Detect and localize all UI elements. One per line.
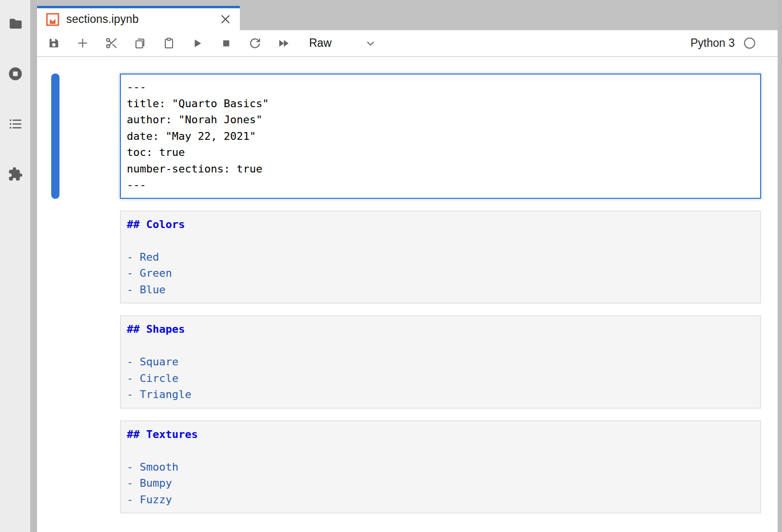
left-sidebar bbox=[0, 0, 30, 532]
markdown-list-line: - Blue bbox=[127, 282, 754, 298]
running-sessions-tab[interactable] bbox=[7, 66, 23, 81]
save-icon bbox=[48, 37, 60, 49]
input-prompt-area bbox=[59, 74, 120, 199]
notebook-file-icon bbox=[45, 12, 60, 27]
markdown-header-line: ## Textures bbox=[127, 426, 754, 443]
blank-line bbox=[127, 442, 754, 459]
kernel-status-icon[interactable] bbox=[743, 37, 756, 50]
markdown-list-line: - Square bbox=[127, 354, 754, 370]
main-dock-panel: sections.ipynb bbox=[37, 0, 778, 532]
cell-raw-frontmatter[interactable]: --- title: "Quarto Basics" author: "Nora… bbox=[37, 74, 778, 199]
markdown-cell-editor[interactable]: ## Shapes - Square - Circle - Triangle bbox=[120, 315, 761, 409]
markdown-header-line: ## Shapes bbox=[127, 321, 754, 338]
markdown-list-line: - Smooth bbox=[127, 459, 754, 475]
tab-bar: sections.ipynb bbox=[37, 0, 778, 30]
copy-icon bbox=[134, 37, 146, 50]
input-prompt-area bbox=[59, 315, 120, 409]
copy-button[interactable] bbox=[134, 37, 146, 50]
chevron-down-icon bbox=[365, 38, 376, 49]
markdown-list-line: - Green bbox=[127, 265, 754, 282]
table-of-contents-tab[interactable] bbox=[7, 116, 23, 132]
extensions-tab[interactable] bbox=[7, 166, 23, 182]
restart-kernel-button[interactable] bbox=[249, 37, 261, 50]
interrupt-button[interactable] bbox=[220, 37, 233, 50]
input-prompt-area bbox=[59, 210, 120, 304]
clipboard-icon bbox=[163, 37, 175, 49]
tab-title: sections.ipynb bbox=[66, 13, 213, 26]
jupyterlab-window: sections.ipynb bbox=[0, 0, 782, 532]
insert-cell-button[interactable] bbox=[76, 37, 89, 50]
code-line: date: "May 22, 2021" bbox=[127, 128, 754, 145]
cell-collapser[interactable] bbox=[51, 420, 59, 514]
file-browser-tab[interactable] bbox=[7, 16, 23, 31]
kernel-name: Python 3 bbox=[690, 37, 735, 50]
scissors-icon bbox=[105, 37, 118, 50]
stop-circle-icon bbox=[7, 66, 23, 82]
raw-cell-editor[interactable]: --- title: "Quarto Basics" author: "Nora… bbox=[120, 74, 761, 199]
cell-type-select[interactable]: Raw bbox=[309, 37, 376, 50]
markdown-list-line: - Bumpy bbox=[127, 475, 754, 492]
folder-icon bbox=[8, 16, 23, 31]
blank-line bbox=[127, 232, 754, 249]
code-line: --- bbox=[127, 79, 754, 95]
markdown-list-line: - Red bbox=[127, 249, 754, 266]
markdown-list-line: - Triangle bbox=[127, 386, 754, 403]
list-icon bbox=[8, 116, 23, 132]
blank-line bbox=[127, 338, 754, 354]
code-line: author: "Norah Jones" bbox=[127, 112, 754, 128]
code-line: title: "Quarto Basics" bbox=[127, 95, 754, 112]
plus-icon bbox=[77, 37, 89, 49]
cut-button[interactable] bbox=[105, 37, 117, 50]
window-right-edge bbox=[778, 0, 782, 532]
notebook-tab[interactable]: sections.ipynb bbox=[37, 6, 240, 30]
save-button[interactable] bbox=[47, 37, 60, 50]
markdown-list-line: - Circle bbox=[127, 370, 754, 387]
input-prompt-area bbox=[59, 420, 120, 514]
kernel-switcher[interactable]: Python 3 bbox=[690, 37, 756, 50]
code-line: --- bbox=[127, 177, 754, 193]
markdown-header-line: ## Colors bbox=[127, 216, 754, 233]
cell-collapser[interactable] bbox=[51, 74, 59, 199]
sidebar-divider[interactable] bbox=[30, 0, 37, 532]
markdown-cell-editor[interactable]: ## Textures - Smooth - Bumpy - Fuzzy bbox=[120, 420, 761, 514]
refresh-icon bbox=[249, 37, 261, 50]
notebook-toolbar: Raw Python 3 bbox=[37, 30, 778, 57]
paste-button[interactable] bbox=[162, 37, 175, 50]
cell-collapser[interactable] bbox=[51, 210, 59, 304]
stop-icon bbox=[220, 38, 232, 49]
cell-markdown-textures[interactable]: ## Textures - Smooth - Bumpy - Fuzzy bbox=[37, 420, 778, 514]
puzzle-icon bbox=[8, 167, 23, 182]
markdown-list-line: - Fuzzy bbox=[127, 492, 754, 508]
notebook-panel[interactable]: --- title: "Quarto Basics" author: "Nora… bbox=[37, 57, 778, 532]
code-line: number-sections: true bbox=[127, 161, 754, 177]
fast-forward-icon bbox=[277, 37, 290, 50]
markdown-cell-editor[interactable]: ## Colors - Red - Green - Blue bbox=[120, 210, 761, 304]
run-button[interactable] bbox=[191, 37, 204, 50]
cell-type-value: Raw bbox=[309, 37, 332, 50]
code-line: toc: true bbox=[127, 144, 754, 161]
cell-markdown-shapes[interactable]: ## Shapes - Square - Circle - Triangle bbox=[37, 315, 778, 409]
restart-run-all-button[interactable] bbox=[277, 37, 290, 50]
play-icon bbox=[192, 38, 203, 49]
tab-close-icon[interactable] bbox=[219, 13, 232, 26]
cell-collapser[interactable] bbox=[51, 315, 59, 409]
cell-markdown-colors[interactable]: ## Colors - Red - Green - Blue bbox=[37, 210, 778, 304]
